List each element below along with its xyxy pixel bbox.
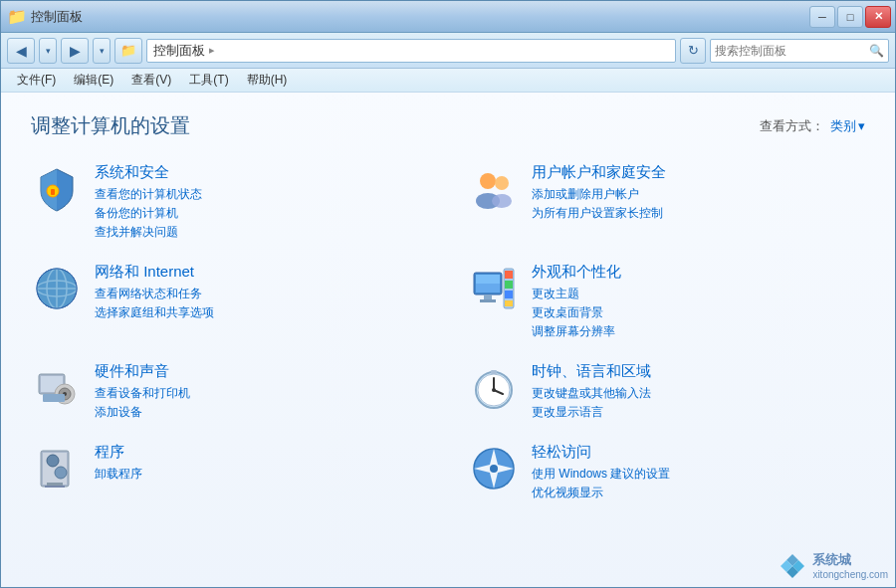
svg-rect-21 bbox=[505, 300, 513, 306]
search-box: 🔍 bbox=[710, 39, 889, 63]
hardware-link-0[interactable]: 查看设备和打印机 bbox=[95, 385, 428, 402]
page-title: 调整计算机的设置 bbox=[31, 112, 190, 139]
svg-rect-14 bbox=[476, 275, 500, 284]
clock-title[interactable]: 时钟、语言和区域 bbox=[532, 362, 865, 381]
svg-rect-33 bbox=[491, 370, 497, 374]
svg-rect-27 bbox=[43, 394, 65, 402]
clock-icon bbox=[468, 362, 520, 414]
security-link-2[interactable]: 查找并解决问题 bbox=[95, 224, 428, 241]
appearance-icon bbox=[468, 263, 520, 314]
main-window: 📁 控制面板 ─ □ ✕ ◀ ▾ ▶ ▾ 📁 控制面板 ▸ ↻ 🔍 文件(F) … bbox=[0, 0, 896, 588]
user-text: 用户帐户和家庭安全 添加或删除用户帐户 为所有用户设置家长控制 bbox=[532, 163, 865, 224]
category-appearance[interactable]: 外观和个性化 更改主题 更改桌面背景 调整屏幕分辨率 bbox=[468, 263, 865, 342]
search-input[interactable] bbox=[715, 44, 869, 58]
view-label: 查看方式： bbox=[760, 117, 824, 135]
window-controls: ─ □ ✕ bbox=[809, 6, 891, 28]
menu-view[interactable]: 查看(V) bbox=[123, 70, 179, 91]
user-link-1[interactable]: 为所有用户设置家长控制 bbox=[532, 205, 865, 222]
accessibility-link-0[interactable]: 使用 Windows 建议的设置 bbox=[532, 466, 865, 483]
menu-edit[interactable]: 编辑(E) bbox=[66, 70, 121, 91]
close-button[interactable]: ✕ bbox=[865, 6, 891, 28]
accessibility-icon bbox=[468, 443, 520, 494]
maximize-button[interactable]: □ bbox=[837, 6, 863, 28]
forward-button[interactable]: ▶ bbox=[61, 38, 89, 64]
svg-rect-20 bbox=[505, 291, 513, 298]
folder-up-button[interactable]: 📁 bbox=[114, 38, 142, 64]
hardware-icon bbox=[31, 362, 83, 414]
window-title: 控制面板 bbox=[31, 8, 83, 26]
svg-rect-1 bbox=[51, 189, 55, 195]
back-dropdown-button[interactable]: ▾ bbox=[39, 38, 57, 64]
svg-rect-18 bbox=[505, 271, 513, 279]
menu-file[interactable]: 文件(F) bbox=[9, 70, 64, 91]
hardware-text: 硬件和声音 查看设备和打印机 添加设备 bbox=[95, 362, 428, 423]
clock-link-1[interactable]: 更改显示语言 bbox=[532, 404, 865, 421]
appearance-link-2[interactable]: 调整屏幕分辨率 bbox=[532, 323, 865, 340]
appearance-text: 外观和个性化 更改主题 更改桌面背景 调整屏幕分辨率 bbox=[532, 263, 865, 342]
clock-text: 时钟、语言和区域 更改键盘或其他输入法 更改显示语言 bbox=[532, 362, 865, 423]
hardware-link-1[interactable]: 添加设备 bbox=[95, 404, 428, 421]
view-options: 查看方式： 类别 ▾ bbox=[760, 117, 865, 135]
svg-rect-19 bbox=[505, 281, 513, 289]
window-icon: 📁 bbox=[7, 7, 27, 26]
appearance-title[interactable]: 外观和个性化 bbox=[532, 263, 865, 282]
title-bar: 📁 控制面板 ─ □ ✕ bbox=[1, 1, 895, 33]
svg-rect-39 bbox=[45, 486, 65, 488]
network-link-1[interactable]: 选择家庭组和共享选项 bbox=[95, 304, 428, 321]
user-link-0[interactable]: 添加或删除用户帐户 bbox=[532, 186, 865, 203]
category-hardware[interactable]: 硬件和声音 查看设备和打印机 添加设备 bbox=[31, 362, 428, 423]
menu-tools[interactable]: 工具(T) bbox=[181, 70, 236, 91]
security-title[interactable]: 系统和安全 bbox=[95, 163, 428, 182]
svg-point-36 bbox=[47, 455, 59, 467]
svg-point-37 bbox=[55, 467, 67, 479]
svg-rect-15 bbox=[484, 294, 492, 299]
clock-link-0[interactable]: 更改键盘或其他输入法 bbox=[532, 385, 865, 402]
page-header: 调整计算机的设置 查看方式： 类别 ▾ bbox=[31, 112, 865, 139]
minimize-button[interactable]: ─ bbox=[809, 6, 835, 28]
svg-point-41 bbox=[490, 465, 498, 473]
category-security[interactable]: 系统和安全 查看您的计算机状态 备份您的计算机 查找并解决问题 bbox=[31, 163, 428, 243]
back-button[interactable]: ◀ bbox=[7, 38, 35, 64]
category-network[interactable]: 网络和 Internet 查看网络状态和任务 选择家庭组和共享选项 bbox=[31, 263, 428, 342]
hardware-title[interactable]: 硬件和声音 bbox=[95, 362, 428, 381]
categories-grid: 系统和安全 查看您的计算机状态 备份您的计算机 查找并解决问题 bbox=[31, 163, 865, 503]
network-icon bbox=[31, 263, 83, 314]
watermark-url: xitongcheng.com bbox=[812, 569, 888, 580]
security-icon bbox=[31, 163, 83, 215]
category-program[interactable]: 程序 卸载程序 bbox=[31, 443, 428, 503]
refresh-button[interactable]: ↻ bbox=[680, 38, 706, 64]
program-icon bbox=[31, 443, 83, 494]
search-icon[interactable]: 🔍 bbox=[869, 44, 884, 58]
security-text: 系统和安全 查看您的计算机状态 备份您的计算机 查找并解决问题 bbox=[95, 163, 428, 243]
appearance-link-0[interactable]: 更改主题 bbox=[532, 286, 865, 302]
appearance-link-1[interactable]: 更改桌面背景 bbox=[532, 304, 865, 321]
network-title[interactable]: 网络和 Internet bbox=[95, 263, 428, 282]
svg-point-4 bbox=[495, 176, 509, 190]
program-title[interactable]: 程序 bbox=[95, 443, 428, 462]
category-clock[interactable]: 时钟、语言和区域 更改键盘或其他输入法 更改显示语言 bbox=[468, 362, 865, 423]
address-box[interactable]: 控制面板 ▸ bbox=[146, 39, 676, 63]
accessibility-link-1[interactable]: 优化视频显示 bbox=[532, 485, 865, 501]
menu-bar: 文件(F) 编辑(E) 查看(V) 工具(T) 帮助(H) bbox=[1, 69, 895, 93]
accessibility-text: 轻松访问 使用 Windows 建议的设置 优化视频显示 bbox=[532, 443, 865, 503]
address-separator: ▸ bbox=[209, 44, 215, 57]
main-content: 调整计算机的设置 查看方式： 类别 ▾ bbox=[1, 93, 895, 587]
category-user[interactable]: 用户帐户和家庭安全 添加或删除用户帐户 为所有用户设置家长控制 bbox=[468, 163, 865, 243]
view-dropdown[interactable]: 类别 ▾ bbox=[830, 117, 865, 135]
forward-dropdown-button[interactable]: ▾ bbox=[93, 38, 111, 64]
accessibility-title[interactable]: 轻松访问 bbox=[532, 443, 865, 462]
user-title[interactable]: 用户帐户和家庭安全 bbox=[532, 163, 865, 182]
menu-help[interactable]: 帮助(H) bbox=[239, 70, 296, 91]
title-bar-left: 📁 控制面板 bbox=[1, 7, 83, 26]
security-link-0[interactable]: 查看您的计算机状态 bbox=[95, 186, 428, 203]
svg-point-32 bbox=[492, 388, 496, 392]
program-link-0[interactable]: 卸载程序 bbox=[95, 466, 428, 483]
user-icon bbox=[468, 163, 520, 215]
program-text: 程序 卸载程序 bbox=[95, 443, 428, 485]
svg-rect-16 bbox=[480, 299, 496, 302]
security-link-1[interactable]: 备份您的计算机 bbox=[95, 205, 428, 222]
address-text: 控制面板 bbox=[153, 42, 205, 60]
watermark: 系统城 xitongcheng.com bbox=[779, 551, 888, 580]
category-accessibility[interactable]: 轻松访问 使用 Windows 建议的设置 优化视频显示 bbox=[468, 443, 865, 503]
network-link-0[interactable]: 查看网络状态和任务 bbox=[95, 286, 428, 302]
